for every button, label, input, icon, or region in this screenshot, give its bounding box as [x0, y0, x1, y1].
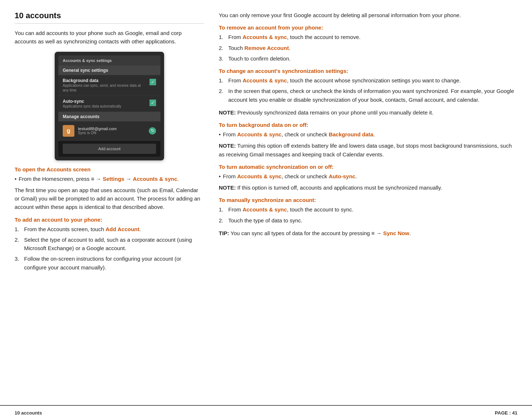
bg-data-heading: To turn background data on or off:	[219, 122, 517, 128]
page-title: 10 accounts	[15, 11, 204, 24]
remove-account-list: 1. From Accounts & sync, touch the accou…	[219, 33, 517, 63]
open-accounts-bullet: From the Homescreen, press ≡ → Settings …	[15, 175, 204, 183]
note1-label: NOTE:	[219, 109, 236, 116]
tip-text: You can sync all types of data for the a…	[230, 230, 370, 236]
remove-account-link: Remove Account	[244, 45, 289, 51]
phone-item-auto-text: Auto-sync Applications sync data automat…	[63, 99, 147, 109]
add-step-3: 3. Follow the on-screen instructions for…	[15, 254, 204, 272]
phone-item-bg-sub: Applications can sync, send, and receive…	[63, 83, 147, 93]
tip-label: TIP:	[219, 230, 229, 236]
remove-accounts-sync-link: Accounts & sync	[242, 34, 287, 40]
phone-manage-title: Manage accounts	[58, 112, 160, 121]
accounts-sync-link: Accounts & sync	[133, 176, 177, 182]
bg-accounts-link: Accounts & sync	[237, 131, 281, 137]
manual-step-2: 2. Touch the type of data to sync.	[219, 216, 517, 225]
footer-right: PAGE : 41	[495, 410, 517, 416]
add-step-3-text: Follow the on-screen instructions for co…	[24, 254, 204, 272]
add-step-2: 2. Select the type of account to add, su…	[15, 236, 204, 253]
phone-item-bg-text: Background data Applications can sync, s…	[63, 78, 147, 93]
remove-account-heading: To remove an account from your phone:	[219, 24, 517, 31]
change-step-2: 2. In the screen that opens, check or un…	[219, 87, 517, 104]
phone-item-auto-title: Auto-sync	[63, 99, 147, 104]
remove-step-2: 2. Touch Remove Account.	[219, 44, 517, 52]
manual-sync-list: 1. From Accounts & sync, touch the accou…	[219, 205, 517, 225]
settings-link: Settings	[103, 176, 124, 182]
phone-item-auto-sub: Applications sync data automatically	[63, 104, 147, 109]
arrow-icon-tip: →	[376, 230, 383, 236]
add-account-link: Add Account	[105, 226, 139, 232]
auto-sync-heading: To turn automatic synchronization on or …	[219, 164, 517, 170]
phone-google-icon: g	[63, 125, 74, 137]
tip: TIP: You can sync all types of data for …	[219, 229, 517, 237]
auto-sync-bullet: From Accounts & sync, check or uncheck A…	[219, 172, 517, 180]
change-accounts-link: Accounts & sync	[242, 77, 287, 83]
note1: NOTE: Previously synchronized data remai…	[219, 108, 517, 117]
change-sync-heading: To change an account's synchronization s…	[219, 68, 517, 74]
manual-sync-heading: To manually synchronize an account:	[219, 197, 517, 203]
phone-item-bg-title: Background data	[63, 78, 147, 83]
add-step-1: 1. From the Accounts screen, touch Add A…	[15, 225, 204, 233]
note3-text: If this option is turned off, accounts a…	[237, 184, 442, 191]
open-accounts-text: From the Homescreen, press ≡ → Settings …	[19, 175, 179, 183]
remove-note: You can only remove your first Google ac…	[219, 11, 517, 19]
note1-text: Previously synchronized data remains on …	[237, 109, 434, 116]
phone-checkbox-bg: ✓	[149, 79, 156, 85]
manual-step-1: 1. From Accounts & sync, touch the accou…	[219, 205, 517, 214]
phone-account-sync: Sync is ON	[78, 131, 145, 135]
manual-accounts-link: Accounts & sync	[242, 206, 287, 213]
remove-step-1: 1. From Accounts & sync, touch the accou…	[219, 33, 517, 41]
intro-text: You can add accounts to your phone such …	[15, 29, 204, 46]
add-account-heading: To add an account to your phone:	[15, 217, 204, 223]
footer-left: 10 accounts	[15, 410, 42, 416]
phone-screen: Accounts & sync settings General sync se…	[58, 55, 160, 157]
phone-account-info: testuid88@gmail.com Sync is ON	[78, 127, 145, 135]
phone-account-email: testuid88@gmail.com	[78, 127, 145, 131]
add-step-2-text: Select the type of account to add, such …	[24, 236, 204, 253]
open-accounts-note: The first time you open an app that uses…	[15, 186, 204, 211]
phone-section-title: General sync settings	[58, 66, 160, 75]
phone-screenshot: Accounts & sync settings General sync se…	[55, 52, 164, 160]
change-sync-list: 1. From Accounts & sync, touch the accou…	[219, 76, 517, 104]
note2-label: NOTE:	[219, 143, 236, 149]
page-footer: 10 accounts PAGE : 41	[0, 405, 532, 420]
auto-sync-link: Auto-sync	[329, 173, 355, 179]
auto-accounts-link: Accounts & sync	[237, 173, 281, 179]
open-accounts-heading: To open the Accounts screen	[15, 166, 204, 172]
menu-icon-tip: ≡	[372, 230, 376, 236]
menu-icon: ≡	[91, 176, 96, 182]
phone-checkbox-auto: ✓	[149, 100, 156, 106]
note3-label: NOTE:	[219, 184, 236, 191]
bg-data-link: Background data	[329, 131, 373, 137]
sync-now-link: Sync Now	[383, 230, 409, 236]
add-account-list: 1. From the Accounts screen, touch Add A…	[15, 225, 204, 272]
arrow-icon: →	[96, 176, 103, 182]
note3: NOTE: If this option is turned off, acco…	[219, 183, 517, 192]
remove-step-3: 3. Touch to confirm deletion.	[219, 54, 517, 63]
bg-data-bullet: From Accounts & sync, check or uncheck B…	[219, 130, 517, 139]
phone-item-autosync: Auto-sync Applications sync data automat…	[58, 96, 160, 112]
change-step-1: 1. From Accounts & sync, touch the accou…	[219, 76, 517, 85]
phone-sync-status-icon: ↻	[149, 127, 156, 135]
note2: NOTE: Turning this option off extends ba…	[219, 141, 517, 159]
phone-item-background: Background data Applications can sync, s…	[58, 75, 160, 96]
left-column: 10 accounts You can add accounts to your…	[15, 11, 204, 398]
phone-add-account-btn: Add account	[63, 144, 156, 154]
note2-text: Turning this option off extends battery …	[219, 143, 512, 157]
phone-header: Accounts & sync settings	[58, 55, 160, 66]
arrow-icon2: →	[126, 176, 133, 182]
phone-account-row: g testuid88@gmail.com Sync is ON ↻	[58, 121, 160, 141]
right-column: You can only remove your first Google ac…	[219, 11, 517, 398]
